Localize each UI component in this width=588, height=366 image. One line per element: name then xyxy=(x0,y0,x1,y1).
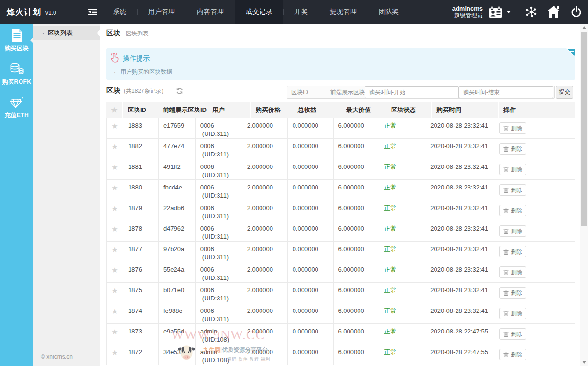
column-header-user: 用户 xyxy=(207,102,251,118)
trash-icon xyxy=(503,331,509,337)
star-icon[interactable]: ★ xyxy=(111,163,118,171)
home-icon[interactable] xyxy=(547,5,560,19)
refresh-icon[interactable] xyxy=(176,88,183,94)
menu-item-users[interactable]: 用户管理 xyxy=(137,0,186,24)
star-icon[interactable]: ★ xyxy=(111,225,118,233)
sidebar-toggle-icon[interactable] xyxy=(86,6,98,18)
sidebar-item-buy-rofk[interactable]: 购买ROFK xyxy=(0,57,33,91)
cell-front-id: e17659 xyxy=(159,118,196,138)
cell-income: 0.000000 xyxy=(288,159,334,179)
table-row: ★ 1882 477e74 0006(UID:311) 2.000000 0.0… xyxy=(107,139,575,159)
cell-income: 0.000000 xyxy=(288,200,334,221)
delete-button[interactable]: 删除 xyxy=(499,308,526,319)
trash-icon xyxy=(503,208,509,213)
cell-block-id: 1873 xyxy=(123,324,159,344)
cell-income: 0.000000 xyxy=(288,118,334,138)
user-info: admincms 超级管理员 xyxy=(452,5,483,19)
cell-user: 0006(UID:311) xyxy=(196,283,242,303)
star-icon[interactable]: ★ xyxy=(111,204,118,212)
cell-action: 删除 xyxy=(494,118,575,138)
star-icon[interactable]: ★ xyxy=(111,328,118,336)
cell-time: 2020-08-28 22:47:55 xyxy=(425,324,494,344)
menu-item-content[interactable]: 内容管理 xyxy=(186,0,235,24)
cell-status: 正常 xyxy=(379,262,425,282)
user-text: 0006 xyxy=(200,245,214,253)
scrollbar-thumb[interactable] xyxy=(581,32,587,226)
menu-item-withdraw[interactable]: 提现管理 xyxy=(319,0,368,24)
star-icon[interactable]: ★ xyxy=(111,287,118,295)
brand-title: 烽火计划 xyxy=(7,7,41,18)
cell-income: 0.000000 xyxy=(288,139,334,159)
delete-button[interactable]: 删除 xyxy=(499,225,526,237)
logout-power-icon[interactable] xyxy=(569,5,583,19)
coins-icon xyxy=(10,63,24,75)
delete-button[interactable]: 删除 xyxy=(499,246,526,257)
cell-front-id: b071e0 xyxy=(159,283,196,303)
menu-item-deals[interactable]: 成交记录 xyxy=(235,0,283,24)
star-icon[interactable]: ★ xyxy=(111,184,118,192)
delete-button[interactable]: 删除 xyxy=(499,205,526,216)
search-group xyxy=(287,86,555,99)
uid-text: (UID:311) xyxy=(200,191,242,200)
cell-front-id: 477e74 xyxy=(159,139,196,159)
menu-item-teamaward[interactable]: 团队奖 xyxy=(368,0,410,24)
sidebar-item-label: 充值ETH xyxy=(5,111,29,120)
table-row: ★ 1876 55e24a 0006(UID:311) 2.000000 0.0… xyxy=(107,262,575,283)
record-count: (共1827条记录) xyxy=(124,87,163,95)
cell-status: 正常 xyxy=(379,303,425,323)
front-block-input[interactable] xyxy=(329,86,365,98)
cell-income: 0.000000 xyxy=(288,303,334,323)
tip-collapse-corner[interactable] xyxy=(566,48,575,57)
trash-icon xyxy=(503,187,509,193)
cell-time: 2020-08-28 23:32:41 xyxy=(425,139,494,159)
profile-card-icon[interactable] xyxy=(489,6,502,19)
delete-button-label: 删除 xyxy=(511,289,522,297)
user-text: admin xyxy=(200,348,217,355)
user-dropdown-caret-icon[interactable] xyxy=(506,11,511,13)
star-icon: ★ xyxy=(111,106,117,113)
submit-button[interactable]: 提交 xyxy=(556,86,573,99)
delete-button[interactable]: 删除 xyxy=(499,328,526,340)
cell-max: 6.000000 xyxy=(334,344,380,365)
scrollbar-down-arrow-icon[interactable] xyxy=(582,361,586,364)
clear-cache-icon[interactable] xyxy=(524,5,538,19)
submenu-item-block-list[interactable]: · 区块列表 xyxy=(33,26,100,40)
star-icon[interactable]: ★ xyxy=(111,245,118,254)
delete-button[interactable]: 删除 xyxy=(499,266,526,278)
star-icon[interactable]: ★ xyxy=(111,143,118,151)
cell-user: 0006(UID:311) xyxy=(196,180,242,200)
vertical-scrollbar[interactable] xyxy=(580,24,588,366)
star-icon[interactable]: ★ xyxy=(111,307,118,315)
buy-time-start-input[interactable] xyxy=(365,86,459,98)
menu-item-system[interactable]: 系统 xyxy=(102,0,137,24)
cell-income: 0.000000 xyxy=(288,221,334,241)
star-icon[interactable]: ★ xyxy=(111,266,118,274)
delete-button[interactable]: 删除 xyxy=(499,184,526,196)
cell-user: 0006(UID:311) xyxy=(196,303,242,323)
sidebar-item-buy-block[interactable]: 购买区块 xyxy=(0,24,33,57)
page-title: 区块 xyxy=(106,29,120,38)
delete-button[interactable]: 删除 xyxy=(499,143,526,155)
buy-time-end-input[interactable] xyxy=(459,86,553,98)
trash-icon xyxy=(503,269,509,275)
delete-button[interactable]: 删除 xyxy=(499,122,526,134)
table-header: ★ 区块ID 前端展示区块ID 用户 购买价格 总收益 最大价值 区块状态 购买… xyxy=(106,102,575,118)
cell-max: 6.000000 xyxy=(334,303,380,323)
uid-text: (UID:311) xyxy=(200,274,242,282)
document-icon xyxy=(11,29,23,42)
star-icon[interactable]: ★ xyxy=(111,348,118,356)
delete-button[interactable]: 删除 xyxy=(499,287,526,299)
table-row: ★ 1879 22adb6 0006(UID:311) 2.000000 0.0… xyxy=(107,200,575,221)
menu-item-lottery[interactable]: 开奖 xyxy=(283,0,319,24)
main-menu: 系统 用户管理 内容管理 成交记录 开奖 提现管理 团队奖 xyxy=(102,0,410,24)
sidebar-item-recharge-eth[interactable]: 充值ETH xyxy=(0,91,33,124)
star-column-header: ★ xyxy=(106,102,123,118)
delete-button[interactable]: 删除 xyxy=(499,349,526,360)
uid-text: (UID:108) xyxy=(200,356,242,364)
scrollbar-up-arrow-icon[interactable] xyxy=(582,26,586,29)
block-id-input[interactable] xyxy=(287,86,329,98)
main-sidebar: 购买区块 购买ROFK 充值E xyxy=(0,24,33,366)
delete-button[interactable]: 删除 xyxy=(499,164,526,175)
star-icon[interactable]: ★ xyxy=(111,122,118,130)
uid-text: (UID:311) xyxy=(200,253,242,261)
